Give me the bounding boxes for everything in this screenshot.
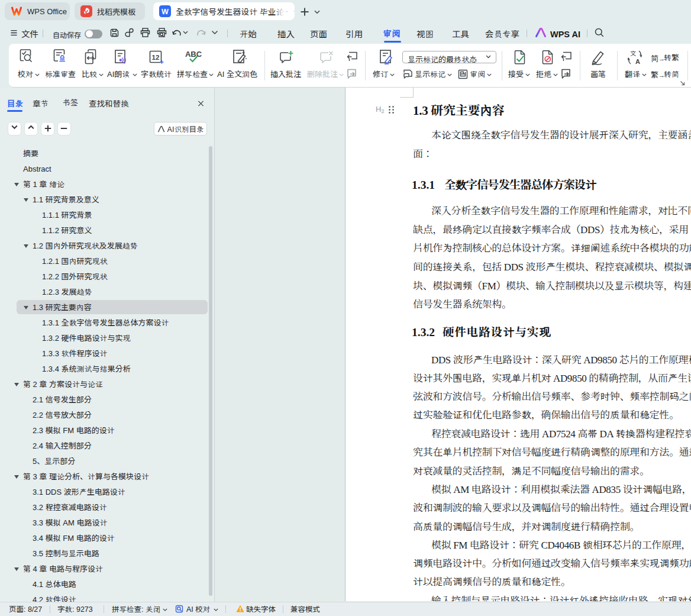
- svg-text:文: 文: [630, 49, 636, 57]
- svg-text:A: A: [635, 58, 640, 65]
- svg-text:ABC: ABC: [185, 50, 202, 59]
- svg-text:W: W: [162, 8, 169, 16]
- svg-text:12: 12: [152, 54, 160, 61]
